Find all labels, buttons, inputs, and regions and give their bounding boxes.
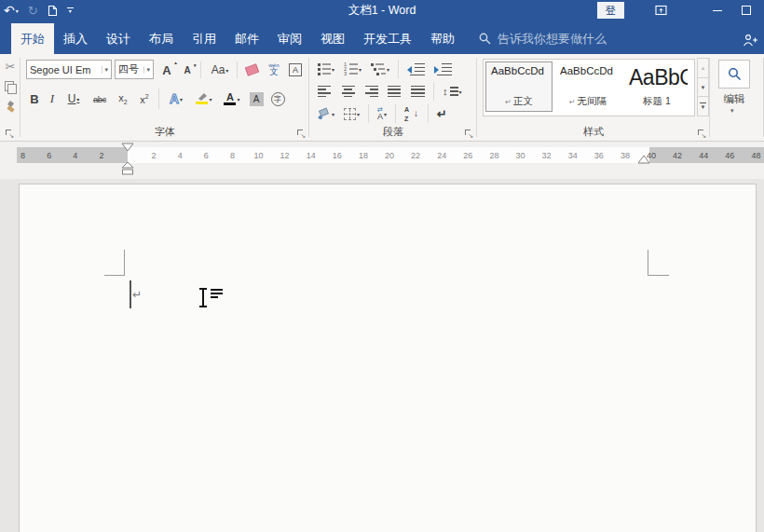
paragraph-mark: ↵ <box>132 288 142 301</box>
ribbon-display-options-icon <box>655 5 667 16</box>
strikethrough-button[interactable]: abc <box>89 94 111 104</box>
enclose-characters-icon: 字 <box>271 92 285 106</box>
ribbon-display-options-button[interactable] <box>655 5 667 16</box>
add-person-button[interactable] <box>743 34 758 47</box>
text-highlight-button[interactable] <box>191 93 217 104</box>
margin-crop-mark-top-left <box>104 275 125 276</box>
first-line-indent-marker[interactable] <box>121 143 134 152</box>
align-center-icon <box>341 86 355 98</box>
italic-button[interactable]: I <box>46 91 59 106</box>
change-case-button[interactable]: Aa <box>206 61 234 78</box>
minimize-button[interactable] <box>713 10 722 11</box>
copy-button[interactable] <box>5 81 16 93</box>
line-spacing-button[interactable]: ↕ <box>440 82 465 101</box>
styles-scroll-down-button[interactable]: ▼ <box>697 77 709 98</box>
sort-button[interactable]: AZ↓ <box>402 104 422 123</box>
show-hide-marks-button[interactable]: ↵ <box>434 104 450 123</box>
increase-indent-button[interactable] <box>431 60 455 78</box>
font-dialog-launcher[interactable] <box>296 129 306 138</box>
style-name: 标题 1 <box>643 95 671 108</box>
mouse-ibeam-pointer <box>198 288 208 307</box>
editing-group-label[interactable]: 编辑 <box>710 92 758 106</box>
align-left-button[interactable] <box>315 82 334 101</box>
decrease-indent-button[interactable] <box>404 60 428 78</box>
font-size-combobox[interactable]: 四号 <box>115 60 154 79</box>
editing-group: 编辑 ▾ <box>710 54 764 141</box>
tab-home[interactable]: 开始 <box>11 23 54 54</box>
bullets-button[interactable] <box>315 60 337 78</box>
borders-button[interactable] <box>341 104 362 123</box>
document-area: ↵ <box>0 179 764 532</box>
tab-developer[interactable]: 开发工具 <box>354 23 421 54</box>
paragraph-dialog-launcher[interactable] <box>464 129 473 138</box>
line-spacing-icon: ↕ <box>443 86 458 97</box>
document-page[interactable] <box>19 184 757 532</box>
find-button[interactable] <box>718 60 750 89</box>
tab-design[interactable]: 设计 <box>97 23 140 54</box>
character-shading-button[interactable]: A <box>247 92 266 106</box>
styles-more-button[interactable]: ▼ <box>697 96 709 116</box>
font-size-value: 四号 <box>118 62 142 76</box>
paragraph-group: 1 2 3 <box>309 54 477 141</box>
font-name-combobox[interactable]: Segoe UI Em <box>26 60 112 79</box>
pilcrow-icon: ↵ <box>505 98 512 106</box>
align-right-button[interactable] <box>362 82 381 101</box>
character-shading-icon: A <box>250 92 264 106</box>
paragraph-mark-icon: ↵ <box>437 107 447 121</box>
asian-layout-icon: ⇄A <box>377 106 383 121</box>
editing-dropdown-caret[interactable]: ▾ <box>730 107 734 115</box>
tab-layout[interactable]: 布局 <box>140 23 183 54</box>
subscript-button[interactable]: x2 <box>114 92 132 105</box>
style-heading1[interactable]: AaBbCcDd 标题 1 <box>623 61 690 112</box>
font-color-button[interactable]: A <box>220 92 244 105</box>
format-painter-button[interactable] <box>5 101 17 113</box>
bold-icon: B <box>30 92 38 106</box>
enclose-characters-button[interactable]: 字 <box>268 92 287 106</box>
italic-icon: I <box>50 91 54 106</box>
styles-dialog-launcher[interactable] <box>697 129 706 138</box>
underline-button[interactable]: U <box>61 92 86 105</box>
numbering-button[interactable]: 1 2 3 <box>341 60 364 78</box>
multilevel-list-icon <box>371 63 386 75</box>
asian-layout-button[interactable]: ⇄A <box>375 104 389 123</box>
justify-button[interactable] <box>385 82 404 101</box>
margin-crop-mark-top-right <box>648 275 669 276</box>
tab-insert[interactable]: 插入 <box>54 23 97 54</box>
distribute-icon <box>411 86 425 98</box>
bold-button[interactable]: B <box>26 92 43 106</box>
clear-formatting-button[interactable] <box>241 61 262 78</box>
paint-bucket-icon <box>318 108 331 119</box>
shrink-font-button[interactable]: A <box>178 61 197 78</box>
text-effects-button[interactable]: A <box>164 91 188 106</box>
style-normal[interactable]: AaBbCcDd ↵正文 <box>485 61 553 112</box>
character-border-button[interactable]: A <box>286 61 305 78</box>
style-no-spacing[interactable]: AaBbCcDd ↵无间隔 <box>554 61 621 112</box>
superscript-icon: x2 <box>140 93 148 105</box>
right-indent-marker[interactable] <box>637 155 650 164</box>
tab-review[interactable]: 审阅 <box>268 23 311 54</box>
superscript-button[interactable]: x2 <box>135 93 154 105</box>
tab-mailings[interactable]: 邮件 <box>225 23 268 54</box>
style-name: 正文 <box>513 95 533 108</box>
phonetic-guide-button[interactable]: wén文 <box>264 60 284 79</box>
align-center-button[interactable] <box>338 82 358 101</box>
sign-in-button[interactable]: 登录 <box>597 2 625 19</box>
clipboard-dialog-launcher[interactable] <box>5 129 14 138</box>
tell-me-search[interactable]: 告诉我你想要做什么 <box>479 23 607 54</box>
styles-scroll-up-button[interactable]: ▲ <box>697 58 709 78</box>
tab-help[interactable]: 帮助 <box>421 23 464 54</box>
tab-references[interactable]: 引用 <box>183 23 225 54</box>
distribute-button[interactable] <box>408 82 428 101</box>
paragraph-group-label: 段落 <box>309 125 477 139</box>
text-cursor <box>130 280 131 308</box>
grow-font-button[interactable]: A <box>157 61 176 78</box>
maximize-button[interactable] <box>742 6 751 15</box>
highlighter-icon <box>196 93 208 104</box>
multilevel-list-button[interactable] <box>368 60 392 78</box>
title-bar: ↶ ↻ 文档1 - Word 登录 <box>0 0 764 20</box>
add-person-icon <box>743 34 758 47</box>
cut-button[interactable]: ✂ <box>6 60 16 74</box>
tab-view[interactable]: 视图 <box>311 23 354 54</box>
shading-button[interactable] <box>315 104 337 123</box>
hanging-indent-marker[interactable] <box>121 161 134 176</box>
